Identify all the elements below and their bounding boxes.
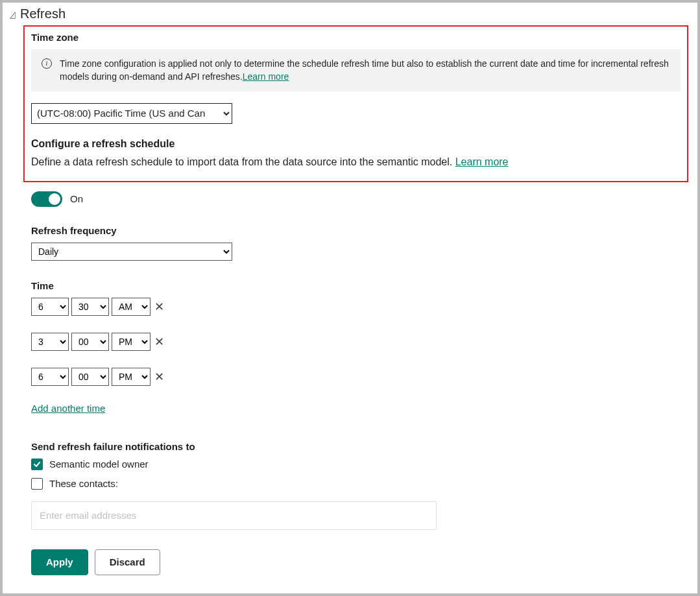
timezone-select[interactable]: (UTC-08:00) Pacific Time (US and Can — [31, 103, 232, 124]
contacts-email-input[interactable] — [31, 501, 437, 530]
time-row: 6 00 PM ✕ — [31, 368, 688, 386]
contacts-checkbox-label: These contacts: — [49, 478, 118, 489]
button-row: Apply Discard — [31, 549, 688, 575]
add-time-link[interactable]: Add another time — [31, 403, 105, 414]
owner-checkbox-label: Semantic model owner — [49, 459, 149, 470]
remove-time-icon[interactable]: ✕ — [153, 371, 165, 383]
owner-checkbox[interactable] — [31, 459, 43, 470]
schedule-description: Define a data refresh schedule to import… — [31, 155, 681, 169]
schedule-toggle-label: On — [70, 193, 83, 204]
frequency-label: Refresh frequency — [31, 225, 688, 236]
settings-body: On Refresh frequency Daily Time 6 30 AM … — [31, 191, 688, 575]
owner-checkbox-row: Semantic model owner — [31, 459, 688, 470]
time-ampm-select[interactable]: PM — [112, 333, 151, 351]
refresh-settings-panel: ◿ Refresh Time zone i Time zone configur… — [0, 0, 700, 596]
contacts-checkbox[interactable] — [31, 478, 43, 490]
schedule-heading: Configure a refresh schedule — [31, 138, 681, 150]
discard-button[interactable]: Discard — [95, 549, 160, 575]
time-section: Time 6 30 AM ✕ 3 00 PM ✕ 6 00 PM — [31, 280, 688, 414]
timezone-info-box: i Time zone configuration is applied not… — [31, 49, 681, 91]
time-rows: 6 30 AM ✕ 3 00 PM ✕ 6 00 PM ✕ — [31, 298, 688, 386]
schedule-toggle[interactable] — [31, 191, 62, 207]
frequency-select[interactable]: Daily — [31, 243, 232, 261]
time-minute-select[interactable]: 00 — [71, 333, 109, 351]
time-minute-select[interactable]: 00 — [71, 368, 109, 386]
section-title: Refresh — [20, 6, 66, 21]
contacts-checkbox-row: These contacts: — [31, 478, 688, 490]
notify-heading: Send refresh failure notifications to — [31, 441, 688, 452]
info-icon: i — [42, 58, 52, 69]
time-row: 3 00 PM ✕ — [31, 333, 688, 351]
time-hour-select[interactable]: 3 — [31, 333, 69, 351]
schedule-learn-more-link[interactable]: Learn more — [455, 156, 509, 167]
time-hour-select[interactable]: 6 — [31, 298, 69, 316]
apply-button[interactable]: Apply — [31, 549, 88, 575]
time-label: Time — [31, 280, 688, 291]
highlighted-region: Time zone i Time zone configuration is a… — [23, 25, 688, 182]
time-hour-select[interactable]: 6 — [31, 368, 69, 386]
timezone-heading: Time zone — [31, 32, 681, 43]
timezone-learn-more-link[interactable]: Learn more — [243, 71, 289, 82]
notify-section: Send refresh failure notifications to Se… — [31, 441, 688, 530]
time-minute-select[interactable]: 30 — [71, 298, 109, 316]
section-header[interactable]: ◿ Refresh — [9, 6, 688, 21]
schedule-toggle-row: On — [31, 191, 688, 207]
time-ampm-select[interactable]: AM — [112, 298, 151, 316]
timezone-info-text: Time zone configuration is applied not o… — [60, 57, 669, 84]
time-ampm-select[interactable]: PM — [112, 368, 151, 386]
time-row: 6 30 AM ✕ — [31, 298, 688, 316]
collapse-icon: ◿ — [10, 9, 16, 19]
remove-time-icon[interactable]: ✕ — [153, 336, 165, 348]
remove-time-icon[interactable]: ✕ — [153, 301, 165, 313]
